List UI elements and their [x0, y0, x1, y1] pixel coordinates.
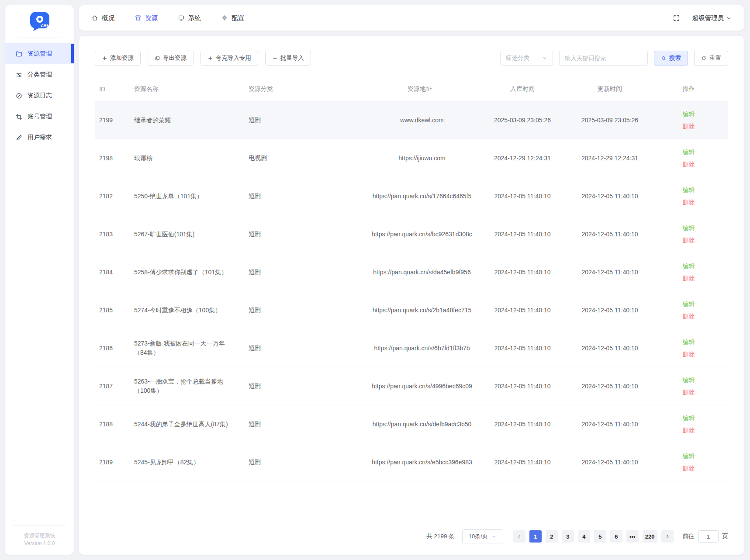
page-button-2[interactable]: 2: [546, 530, 558, 543]
delete-link[interactable]: 删除: [653, 348, 724, 360]
next-page-button[interactable]: [661, 530, 674, 543]
tab-label: 概况: [102, 14, 114, 22]
edit-link[interactable]: 编辑: [653, 298, 724, 310]
delete-link[interactable]: 删除: [653, 120, 724, 132]
cell-id: 2189: [95, 455, 134, 469]
edit-link[interactable]: 编辑: [653, 374, 724, 386]
sidebar-item-resource-log[interactable]: 资源日志: [5, 85, 74, 106]
cell-created-time: 2024-12-05 11:40:10: [479, 417, 570, 431]
cell-resource-name: 5267-旷世医仙(101集): [134, 226, 249, 242]
reset-icon: [701, 55, 707, 61]
cell-resource-url: https://ijiuwu.com: [365, 150, 479, 166]
cell-actions: 编辑删除: [653, 408, 728, 440]
col-header-actions: 操作: [653, 82, 728, 97]
delete-link[interactable]: 删除: [653, 272, 724, 284]
cell-resource-url: www.dkewl.com: [365, 112, 479, 128]
table-row: 2199继承者的荣耀短剧www.dkewl.com2025-03-09 23:0…: [95, 101, 728, 139]
sidebar-item-label: 资源管理: [28, 50, 52, 58]
cell-actions: 编辑删除: [653, 294, 728, 326]
more-pages-button[interactable]: •••: [626, 530, 639, 543]
table-row: 21895245-见龙卸甲（82集）短剧https://pan.quark.cn…: [95, 443, 728, 481]
app-name: 资源管理系统: [13, 532, 66, 540]
user-menu[interactable]: 超级管理员: [692, 14, 732, 22]
cell-updated-time: 2024-12-05 11:40:10: [570, 265, 653, 279]
delete-link[interactable]: 删除: [653, 234, 724, 246]
sidebar-item-label: 分类管理: [28, 71, 52, 79]
page-button-220[interactable]: 220: [643, 530, 657, 543]
export-resource-button[interactable]: 导出资源: [148, 51, 194, 66]
keyword-search-input[interactable]: [559, 51, 648, 66]
delete-link[interactable]: 删除: [653, 158, 724, 170]
tab-overview[interactable]: 概况: [91, 14, 114, 22]
add-resource-button[interactable]: 添加资源: [95, 51, 141, 66]
delete-link[interactable]: 删除: [653, 310, 724, 322]
delete-link[interactable]: 删除: [653, 196, 724, 208]
edit-link[interactable]: 编辑: [653, 184, 724, 196]
cell-actions: 编辑删除: [653, 142, 728, 174]
cell-id: 2184: [95, 265, 134, 279]
cell-category: 短剧: [249, 189, 365, 204]
prev-page-button[interactable]: [513, 530, 525, 543]
resource-table: ID资源名称资源分类资源地址入库时间更新时间操作 2199继承者的荣耀短剧www…: [95, 77, 728, 481]
cell-resource-name: 5244-我的弟子全是绝世高人(87集): [134, 416, 249, 432]
edit-link[interactable]: 编辑: [653, 412, 724, 424]
page-buttons: 123456•••220: [529, 530, 657, 543]
cell-created-time: 2024-12-29 12:24:31: [479, 151, 570, 165]
fullscreen-icon[interactable]: [673, 14, 680, 22]
edit-link[interactable]: 编辑: [653, 260, 724, 272]
table-row: 21825250-绝世龙尊（101集）短剧https://pan.quark.c…: [95, 177, 728, 215]
goto-page-input[interactable]: [698, 530, 719, 543]
page-button-6[interactable]: 6: [610, 530, 622, 543]
cell-updated-time: 2024-12-29 12:24:31: [570, 151, 653, 165]
sidebar-item-category-management[interactable]: 分类管理: [5, 64, 74, 85]
cell-actions: 编辑删除: [653, 370, 728, 402]
page-button-3[interactable]: 3: [562, 530, 574, 543]
col-header-updated-time: 更新时间: [570, 82, 653, 97]
delete-link[interactable]: 删除: [653, 424, 724, 436]
cell-created-time: 2024-12-05 11:40:10: [479, 265, 570, 279]
chevron-down-icon: [542, 55, 547, 61]
cell-updated-time: 2025-03-09 23:05:26: [570, 113, 653, 127]
cell-resource-name: 5245-见龙卸甲（82集）: [134, 454, 249, 470]
chevron-left-icon: [517, 534, 522, 539]
logo-text: CRM: [41, 23, 50, 28]
cell-updated-time: 2024-12-05 11:40:10: [570, 303, 653, 317]
chevron-right-icon: [665, 534, 670, 539]
cell-actions: 编辑删除: [653, 104, 728, 136]
total-count: 共 2199 条: [426, 532, 455, 540]
reset-button[interactable]: 重置: [694, 51, 728, 66]
edit-link[interactable]: 编辑: [653, 146, 724, 158]
cell-category: 短剧: [249, 227, 365, 242]
sidebar: CRM 资源管理分类管理资源日志账号管理用户需求 资源管理系统 Version …: [5, 5, 74, 555]
cell-resource-name: 继承者的荣耀: [134, 112, 249, 128]
sidebar-item-account-management[interactable]: 账号管理: [5, 106, 74, 127]
tab-config[interactable]: 配置: [221, 14, 244, 22]
batch-import-button[interactable]: 批量导入: [265, 51, 311, 66]
search-button[interactable]: 搜索: [654, 51, 688, 66]
sidebar-item-label: 用户需求: [28, 134, 52, 142]
sidebar-item-resource-management[interactable]: 资源管理: [5, 43, 74, 64]
quark-import-button[interactable]: 夸克导入专用: [200, 51, 258, 66]
col-header-id: ID: [95, 82, 134, 96]
page-size-select[interactable]: 10条/页: [462, 529, 503, 543]
page-button-5[interactable]: 5: [594, 530, 606, 543]
table-row: 21835267-旷世医仙(101集)短剧https://pan.quark.c…: [95, 215, 728, 253]
page-button-4[interactable]: 4: [578, 530, 590, 543]
cell-resource-name: 5274-今时重逢不相逢（100集）: [134, 302, 249, 318]
delete-link[interactable]: 删除: [653, 386, 724, 398]
edit-link[interactable]: 编辑: [653, 108, 724, 120]
edit-link[interactable]: 编辑: [653, 336, 724, 348]
cell-category: 电视剧: [249, 151, 365, 166]
edit-link[interactable]: 编辑: [653, 450, 724, 462]
cell-resource-url: https://pan.quark.cn/s/2b1a48fec715: [365, 302, 479, 318]
delete-link[interactable]: 删除: [653, 462, 724, 474]
table-row: 21855274-今时重逢不相逢（100集）短剧https://pan.quar…: [95, 291, 728, 329]
page-button-1[interactable]: 1: [529, 530, 542, 543]
category-filter-select[interactable]: 筛选分类: [500, 51, 553, 66]
sidebar-item-user-needs[interactable]: 用户需求: [5, 127, 74, 148]
tab-system[interactable]: 系统: [178, 14, 201, 22]
tab-resources[interactable]: 资源: [135, 14, 158, 22]
cell-resource-url: https://pan.quark.cn/s/bc92631d308c: [365, 226, 479, 242]
edit-link[interactable]: 编辑: [653, 222, 724, 234]
cell-id: 2186: [95, 341, 134, 355]
